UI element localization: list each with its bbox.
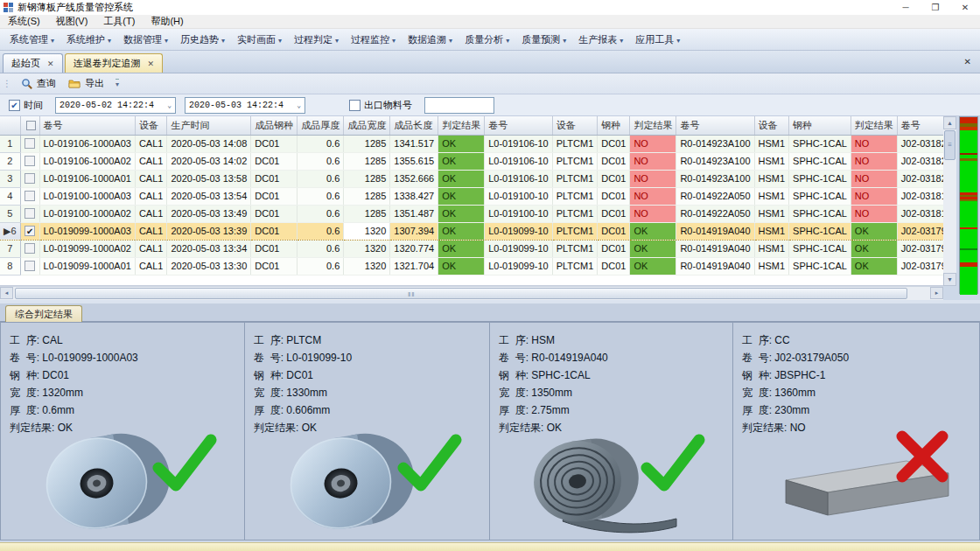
table-row[interactable]: 3L0-019106-1000A01CAL12020-05-03 13:58DC… — [0, 170, 943, 187]
tabstrip-close-icon[interactable]: ✕ — [964, 57, 971, 66]
toolbar-overflow-icon[interactable]: ▾ — [116, 79, 119, 88]
restore-button[interactable]: ❐ — [920, 3, 950, 12]
cell-判定结果: NO — [850, 187, 897, 205]
ribbon-item-9[interactable]: 质量预测▾ — [515, 33, 572, 46]
cell-判定结果: OK — [438, 187, 485, 205]
ribbon-item-6[interactable]: 过程监控▾ — [345, 33, 402, 46]
column-header-6[interactable]: 成品长度 — [390, 116, 438, 135]
row-select-cell[interactable] — [20, 257, 39, 275]
field-label: 工 序 — [254, 334, 281, 346]
date-to-combo[interactable]: 2020-05-03 14:22:4 ⌄ — [185, 97, 305, 114]
tab-start-page[interactable]: 起始页 ✕ — [3, 53, 63, 73]
ribbon-item-5[interactable]: 过程判定▾ — [288, 33, 345, 46]
row-select-cell[interactable] — [20, 170, 39, 187]
ribbon-item-11[interactable]: 应用工具▾ — [629, 33, 686, 46]
row-checkbox[interactable]: ✔ — [24, 226, 35, 236]
column-header-8[interactable]: 卷号 — [485, 116, 553, 135]
field-value: L0-019099-1000A03 — [42, 352, 137, 364]
cell-卷号: L0-019100-1000A03 — [39, 187, 135, 205]
field-value: 1360mm — [774, 387, 816, 399]
tab-close-icon[interactable]: ✕ — [47, 59, 54, 68]
menu-item-0[interactable]: 系统(S) — [0, 15, 48, 28]
column-header-2[interactable]: 生产时间 — [167, 116, 251, 135]
quality-minimap-strip[interactable] — [959, 116, 978, 294]
horizontal-scroll-thumb[interactable]: ‖‖ — [15, 288, 907, 299]
ribbon-item-2[interactable]: 数据管理▾ — [117, 33, 174, 46]
export-button[interactable]: 导出 — [62, 75, 110, 92]
table-row[interactable]: ▶6✔L0-019099-1000A03CAL12020-05-03 13:39… — [0, 222, 943, 240]
row-checkbox[interactable] — [24, 191, 35, 201]
scroll-up-icon[interactable]: ▲ — [943, 116, 956, 129]
tab-coil-judgment-trace[interactable]: 连退卷判定追溯 ✕ — [65, 53, 164, 73]
table-row[interactable]: 7L0-019099-1000A02CAL12020-05-03 13:34DC… — [0, 240, 943, 257]
table-row[interactable]: 2L0-019106-1000A02CAL12020-05-03 14:02DC… — [0, 152, 943, 170]
ribbon-item-0[interactable]: 系统管理▾ — [4, 33, 60, 46]
ribbon-item-7[interactable]: 数据追溯▾ — [402, 33, 458, 46]
scroll-left-icon[interactable]: ◂ — [0, 287, 13, 299]
combo-arrow-icon[interactable]: ⌄ — [293, 101, 304, 109]
row-select-cell[interactable]: ✔ — [20, 222, 39, 240]
table-row[interactable]: 5L0-019100-1000A02CAL12020-05-03 13:49DC… — [0, 205, 943, 222]
column-header-3[interactable]: 成品钢种 — [251, 116, 298, 135]
column-header-14[interactable]: 钢种 — [789, 116, 851, 135]
row-select-cell[interactable] — [20, 205, 39, 222]
column-header-5[interactable]: 成品宽度 — [344, 116, 390, 135]
column-header-9[interactable]: 设备 — [552, 116, 598, 135]
toolbar-grip: ⋮ — [3, 79, 10, 88]
row-select-cell[interactable] — [20, 152, 39, 170]
column-header-15[interactable]: 判定结果 — [850, 116, 897, 135]
menu-item-1[interactable]: 视图(V) — [48, 15, 96, 28]
table-row[interactable]: 1L0-019106-1000A03CAL12020-05-03 14:08DC… — [0, 135, 943, 152]
row-select-cell[interactable] — [20, 240, 39, 257]
ribbon-item-3[interactable]: 历史趋势▾ — [174, 33, 231, 46]
column-header-7[interactable]: 判定结果 — [438, 116, 485, 135]
ribbon-item-4[interactable]: 实时画面▾ — [231, 33, 288, 46]
material-input[interactable] — [424, 97, 494, 114]
minimize-button[interactable]: ─ — [891, 3, 920, 12]
tab-close-icon[interactable]: ✕ — [148, 59, 155, 68]
query-button[interactable]: 查询 — [15, 75, 62, 92]
time-checkbox[interactable]: ✔ — [9, 100, 20, 111]
chevron-down-icon: ▾ — [335, 37, 339, 45]
column-header-10[interactable]: 钢种 — [598, 116, 630, 135]
column-header-11[interactable]: 判定结果 — [630, 116, 676, 135]
row-select-cell[interactable] — [20, 135, 39, 152]
row-select-cell[interactable] — [20, 187, 39, 205]
row-checkbox[interactable] — [24, 173, 35, 184]
scroll-down-icon[interactable]: ▼ — [943, 273, 956, 286]
column-header-4[interactable]: 成品厚度 — [298, 116, 344, 135]
tab-combined-result[interactable]: 综合判定结果 — [5, 305, 82, 322]
cell-判定结果: OK — [850, 222, 897, 240]
cell-卷号: L0-019106-10 — [485, 152, 553, 170]
horizontal-scrollbar[interactable]: ◂ ‖‖ ▸ — [0, 286, 943, 300]
column-header-12[interactable]: 卷号 — [676, 116, 754, 135]
column-header-0[interactable]: 卷号 — [39, 116, 135, 135]
row-checkbox[interactable] — [24, 156, 35, 166]
ribbon-item-10[interactable]: 生产报表▾ — [572, 33, 629, 46]
material-checkbox[interactable] — [349, 100, 360, 111]
column-header-13[interactable]: 设备 — [754, 116, 789, 135]
select-all-icon[interactable] — [26, 121, 36, 130]
scroll-right-icon[interactable]: ▸ — [930, 287, 943, 299]
panel-field-coil: 卷 号: R0-014919A040 — [499, 349, 608, 366]
combo-arrow-icon[interactable]: ⌄ — [164, 101, 175, 109]
close-button[interactable]: ✕ — [950, 3, 980, 12]
cell-生产时间: 2020-05-03 13:39 — [167, 222, 251, 240]
date-from-combo[interactable]: 2020-05-02 14:22:4 ⌄ — [55, 97, 176, 114]
menu-item-3[interactable]: 帮助(H) — [143, 15, 191, 28]
column-header-16[interactable]: 卷号 — [897, 116, 943, 135]
ribbon-item-8[interactable]: 质量分析▾ — [458, 33, 515, 46]
row-checkbox[interactable] — [24, 243, 35, 254]
row-checkbox[interactable] — [24, 138, 35, 149]
row-checkbox[interactable] — [24, 261, 35, 271]
vertical-scrollbar[interactable]: ▲ ≡ ▼ — [943, 116, 956, 286]
ribbon-item-1[interactable]: 系统维护▾ — [60, 33, 117, 46]
column-header-1[interactable]: 设备 — [135, 116, 167, 135]
vertical-scroll-thumb[interactable]: ≡ — [944, 130, 956, 160]
cell-判定结果: NO — [630, 135, 676, 152]
menu-item-2[interactable]: 工具(T) — [95, 15, 143, 28]
row-checkbox[interactable] — [24, 208, 35, 219]
table-row[interactable]: 4L0-019100-1000A03CAL12020-05-03 13:54DC… — [0, 187, 943, 205]
select-all-header[interactable] — [20, 116, 39, 135]
table-row[interactable]: 8L0-019099-1000A01CAL12020-05-03 13:30DC… — [0, 257, 943, 275]
